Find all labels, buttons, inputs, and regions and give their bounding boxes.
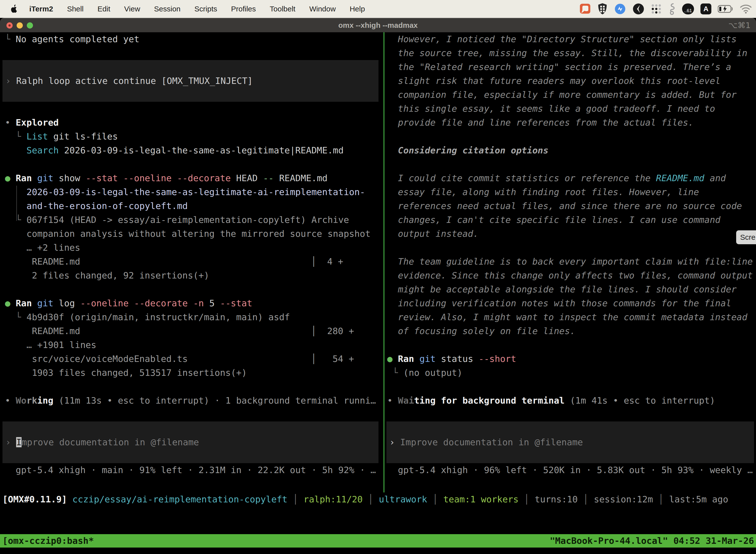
terminal-line: … +1901 lines (5, 338, 383, 352)
terminal-line: slight risk that future readers may over… (387, 74, 756, 88)
terminal-line: ● Ran git log --oneline --decorate -n 5 … (5, 296, 383, 310)
terminal-line: README.md│ 280 + (5, 324, 383, 338)
terminal-line: └ (no output) (387, 366, 756, 380)
terminal-line: • Waiting for background terminal (1m 41… (387, 394, 756, 407)
terminal-line: gpt-5.4 xhigh · main · 91% left · 2.31M … (5, 463, 383, 477)
wifi-icon[interactable] (740, 4, 752, 14)
prompt-line[interactable]: › Ralph loop active continue [OMX_TMUX_I… (5, 74, 378, 88)
terminal-line: └ 067f154 (HEAD -> essay/ai-reimplementa… (5, 213, 383, 227)
dark-circle-icon[interactable] (632, 3, 644, 15)
terminal-line: ● Ran git show --stat --oneline --decora… (5, 171, 383, 185)
terminal-line: evidence. Since this change only affects… (387, 269, 756, 282)
blank-line (5, 102, 383, 116)
terminal-line: 2026-03-09-is-legal-the-same-as-legitima… (5, 185, 383, 199)
menu-item[interactable]: Edit (98, 5, 110, 13)
menu-status-icons: ..61 A (579, 0, 752, 18)
terminal-line: essay file, along with finding root file… (387, 185, 756, 199)
terminal-line: • Explored (5, 116, 383, 129)
prompt-line[interactable]: › Improve documentation in @filename (5, 435, 378, 449)
prompt-input[interactable]: › Improve documentation in @filename (2, 422, 378, 463)
left-pane[interactable]: └ No agents completed yet› Ralph loop ac… (0, 32, 383, 492)
menu-item[interactable]: View (124, 5, 140, 13)
terminal-line: README.md│ 4 + (5, 255, 383, 269)
terminal-line: the "Related research writing" section i… (387, 60, 756, 74)
terminal-line: src/voice/voiceModeEnabled.ts│ 54 + (5, 352, 383, 366)
terminal-line: ● Ran git status --short (387, 352, 756, 366)
menu-item[interactable]: Profiles (231, 5, 256, 13)
blank-line (5, 407, 383, 422)
terminal-line: └ No agents completed yet (5, 32, 383, 46)
blank-line (387, 241, 756, 255)
terminal-line: Considering citation options (387, 144, 756, 157)
screen-button[interactable]: Scre (736, 230, 756, 244)
tmux-host-clock: "MacBook-Pro-44.local" 04:52 31-Mar-26 (550, 534, 754, 548)
shield-grid-icon[interactable] (597, 3, 608, 15)
terminal-line: companion analysis without altering the … (5, 227, 383, 241)
blue-badge-icon[interactable] (614, 3, 626, 15)
squiggle-icon[interactable] (668, 3, 676, 15)
terminal-line: • Working (11m 13s • esc to interrupt) ·… (5, 394, 383, 407)
terminal-line: I could cite commit statistics or refere… (387, 171, 756, 185)
percent-badge-icon[interactable]: ..61 (682, 3, 694, 14)
title-bar: omx --xhigh --madmax ⌥⌘1 (0, 18, 756, 32)
terminal-line: this single essay, it seems like a good … (387, 102, 756, 116)
menu-item[interactable]: Shell (67, 5, 83, 13)
terminal-line: └ 4b9d30f (origin/main, instructkr/main,… (5, 310, 383, 324)
dots-grid-icon[interactable] (651, 3, 662, 14)
terminal[interactable]: └ No agents completed yet› Ralph loop ac… (0, 32, 756, 554)
menu-item[interactable]: Session (154, 5, 181, 13)
terminal-line: gpt-5.4 xhigh · 96% left · 520K in · 5.8… (387, 463, 756, 477)
terminal-line: including verification notes with those … (387, 296, 756, 310)
terminal-line: and-the-erosion-of-copyleft.md (5, 199, 383, 213)
right-pane[interactable]: However, I noticed the "Directory Struct… (385, 32, 756, 492)
menu-item[interactable]: iTerm2 (29, 5, 53, 13)
blank-line (5, 46, 383, 60)
terminal-line: 1903 files changed, 513517 insertions(+) (5, 366, 383, 380)
blank-line (387, 338, 756, 352)
apple-menu-icon[interactable] (10, 4, 18, 14)
tmux-status-bar: [omx-cczip0:bash* "MacBook-Pro-44.local"… (0, 534, 756, 548)
chat-icon[interactable] (579, 3, 591, 15)
terminal-line: output instead. (387, 227, 756, 241)
terminal-line: companion file, especially if more comme… (387, 88, 756, 102)
menu-item[interactable]: Help (350, 5, 365, 13)
terminal-line: └ List git ls-files (5, 129, 383, 144)
window-shortcut-badge: ⌥⌘1 (729, 20, 751, 30)
blank-line (5, 157, 383, 171)
letter-a-icon[interactable]: A (700, 3, 711, 14)
terminal-line: changes, I can't cite specific file line… (387, 213, 756, 227)
blank-line (387, 129, 756, 144)
menu-item[interactable]: Toolbelt (270, 5, 296, 13)
terminal-line: The team guideline is to back every impo… (387, 255, 756, 269)
terminal-line: the source tree, missing the essay. Stil… (387, 46, 756, 60)
menu-item[interactable]: Scripts (194, 5, 217, 13)
pane-divider[interactable] (383, 32, 384, 492)
battery-icon[interactable] (718, 5, 733, 13)
blank-line (5, 282, 383, 296)
blank-line (5, 380, 383, 394)
terminal-line: 2 files changed, 92 insertions(+) (5, 269, 383, 282)
omx-status-line: [OMX#0.11.9] cczip/essay/ai-reimplementa… (0, 492, 756, 506)
ralph-banner[interactable]: › Ralph loop active continue [OMX_TMUX_I… (2, 60, 378, 102)
terminal-line: Search 2026-03-09-is-legal-the-same-as-l… (5, 144, 383, 157)
terminal-line: provide file and line references from th… (387, 116, 756, 129)
terminal-line: However, I noticed the "Directory Struct… (387, 32, 756, 46)
blank-line (387, 407, 756, 422)
blank-line (387, 380, 756, 394)
prompt-input[interactable]: › Improve documentation in @filename (386, 422, 754, 463)
terminal-line: review. Also, I might want to inspect th… (387, 310, 756, 324)
terminal-line: might be acceptable alongside the file l… (387, 282, 756, 296)
prompt-line[interactable]: › Improve documentation in @filename (389, 435, 754, 449)
window-title: omx --xhigh --madmax (0, 21, 756, 30)
terminal-line: references need actual files, and since … (387, 199, 756, 213)
menu-bar: iTerm2ShellEditViewSessionScriptsProfile… (0, 0, 756, 18)
terminal-line: of focusing solely on file lines. (387, 324, 756, 338)
menu-item[interactable]: Window (309, 5, 336, 13)
terminal-window: omx --xhigh --madmax ⌥⌘1 └ No agents com… (0, 18, 756, 554)
menu-items: iTerm2ShellEditViewSessionScriptsProfile… (29, 5, 365, 13)
blank-line (387, 157, 756, 171)
tmux-session-label: [omx-cczip0:bash* (2, 534, 94, 548)
terminal-line: … +2 lines (5, 241, 383, 255)
